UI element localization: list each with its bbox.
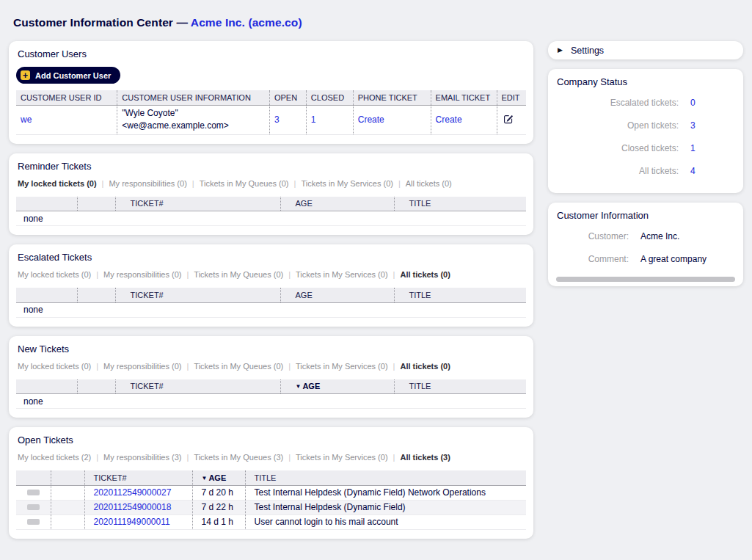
sort-desc-icon: ▼ bbox=[296, 383, 302, 390]
ticket-filter-tabs: My locked tickets (0)|My responsibilitie… bbox=[18, 362, 525, 371]
ticket-filter-tabs: My locked tickets (0)|My responsibilitie… bbox=[18, 179, 525, 188]
closed-tickets-count-link[interactable]: 1 bbox=[311, 114, 316, 125]
ticket-row: 20201125490000277 d 20 hTest Internal He… bbox=[16, 485, 526, 500]
customer-user-email: <we@acme.example.com> bbox=[122, 120, 265, 132]
ticket-filter-tabs: My locked tickets (0)|My responsibilitie… bbox=[18, 270, 525, 279]
tab-separator: | bbox=[186, 362, 189, 371]
tab-all-tickets[interactable]: All tickets (0) bbox=[400, 270, 450, 279]
create-phone-ticket-link[interactable]: Create bbox=[358, 114, 384, 125]
info-row: Comment:A great company bbox=[555, 254, 736, 264]
tab-tickets-in-my-services[interactable]: Tickets in My Services (0) bbox=[296, 453, 388, 462]
tab-my-responsibilities[interactable]: My responsibilities (0) bbox=[103, 362, 181, 371]
tab-my-locked-tickets[interactable]: My locked tickets (0) bbox=[18, 179, 97, 188]
tickets-table: TICKET# AGE TITLE none bbox=[16, 197, 526, 227]
ticket-flags-cell bbox=[51, 514, 84, 529]
ticket-title: Test Internal Helpdesk (Dynamic Field) bbox=[245, 500, 526, 514]
tab-my-responsibilities[interactable]: My responsibilities (0) bbox=[109, 179, 186, 188]
ticket-number-link[interactable]: 2020111949000011 bbox=[94, 517, 170, 527]
col-ticket-number[interactable]: TICKET# bbox=[115, 288, 280, 302]
tab-separator: | bbox=[96, 453, 98, 462]
tab-my-locked-tickets[interactable]: My locked tickets (0) bbox=[18, 270, 91, 279]
info-row: Escalated tickets:0 bbox=[555, 98, 736, 108]
customer-users-table: CUSTOMER USER ID CUSTOMER USER INFORMATI… bbox=[16, 90, 526, 135]
all-tickets-label: All tickets: bbox=[555, 166, 679, 176]
ticket-row: 202011194900001114 d 1 hUser cannot logi… bbox=[16, 514, 526, 529]
ticket-number-cell: 2020112549000027 bbox=[84, 485, 192, 500]
create-email-ticket-link[interactable]: Create bbox=[436, 114, 462, 125]
tab-all-tickets[interactable]: All tickets (0) bbox=[406, 179, 452, 188]
tab-tickets-in-my-services[interactable]: Tickets in My Services (0) bbox=[296, 362, 388, 371]
info-row: All tickets:4 bbox=[555, 166, 736, 176]
comment-value: A great company bbox=[640, 254, 707, 264]
col-title[interactable]: TITLE bbox=[394, 288, 526, 302]
tab-all-tickets[interactable]: All tickets (0) bbox=[400, 362, 450, 371]
tab-separator: | bbox=[186, 453, 189, 462]
col-age[interactable]: AGE bbox=[280, 288, 394, 302]
col-title[interactable]: TITLE bbox=[394, 197, 526, 211]
add-customer-user-button[interactable]: + Add Customer User bbox=[16, 67, 120, 84]
tab-tickets-in-my-services[interactable]: Tickets in My Services (0) bbox=[296, 270, 388, 279]
col-age[interactable]: AGE bbox=[280, 197, 394, 211]
customer-user-row: we "Wyle Coyote" <we@acme.example.com> 3… bbox=[16, 105, 526, 134]
tab-my-locked-tickets[interactable]: My locked tickets (2) bbox=[18, 453, 91, 462]
company-status-title: Company Status bbox=[557, 76, 734, 87]
tab-separator: | bbox=[288, 270, 291, 279]
tab-separator: | bbox=[288, 362, 291, 371]
empty-row: none bbox=[16, 302, 526, 317]
horizontal-scrollbar[interactable] bbox=[556, 277, 735, 282]
tickets-table-header-row: TICKET# ▼AGE TITLE bbox=[16, 379, 526, 394]
ticket-title: Test Internal Helpdesk (Dynamic Field) N… bbox=[245, 485, 526, 500]
tab-separator: | bbox=[192, 179, 194, 188]
col-age[interactable]: ▼AGE bbox=[192, 470, 245, 485]
open-tickets-label: Open tickets: bbox=[555, 120, 679, 131]
col-ticket-number[interactable]: TICKET# bbox=[84, 470, 192, 485]
open-tickets-value[interactable]: 3 bbox=[690, 120, 696, 131]
new-tickets-widget: New Tickets My locked tickets (0)|My res… bbox=[9, 336, 533, 418]
edit-icon[interactable] bbox=[502, 113, 515, 125]
add-customer-user-label: Add Customer User bbox=[35, 71, 111, 80]
customer-information-rows: Customer:Acme Inc.Comment:A great compan… bbox=[555, 231, 736, 264]
tab-all-tickets[interactable]: All tickets (3) bbox=[400, 453, 450, 462]
customer-company-link[interactable]: Acme Inc. (acme.co) bbox=[191, 16, 302, 29]
tab-my-locked-tickets[interactable]: My locked tickets (0) bbox=[18, 362, 91, 371]
ticket-number-link[interactable]: 2020112549000027 bbox=[94, 487, 172, 498]
col-closed: CLOSED bbox=[306, 90, 353, 105]
tab-tickets-in-my-queues[interactable]: Tickets in My Queues (0) bbox=[194, 362, 283, 371]
info-row: Closed tickets:1 bbox=[555, 143, 736, 153]
sort-desc-icon: ▼ bbox=[202, 475, 208, 481]
tab-tickets-in-my-services[interactable]: Tickets in My Services (0) bbox=[301, 179, 393, 188]
escalated-tickets-label: Escalated tickets: bbox=[555, 98, 679, 108]
ticket-number-link[interactable]: 2020112549000018 bbox=[94, 502, 172, 512]
col-age[interactable]: ▼AGE bbox=[280, 379, 394, 394]
tickets-table: TICKET# AGE TITLE none bbox=[16, 288, 526, 318]
col-title[interactable]: TITLE bbox=[394, 379, 526, 394]
customer-users-title: Customer Users bbox=[18, 48, 525, 59]
col-flags bbox=[77, 197, 115, 211]
customer-information-center-page: Customer Information Center — Acme Inc. … bbox=[0, 0, 752, 556]
tab-tickets-in-my-queues[interactable]: Tickets in My Queues (0) bbox=[194, 270, 283, 279]
tab-separator: | bbox=[393, 270, 395, 279]
col-flags bbox=[77, 379, 115, 394]
customer-value: Acme Inc. bbox=[640, 231, 679, 241]
escalated-tickets-value[interactable]: 0 bbox=[690, 98, 696, 108]
settings-toggle[interactable]: ▶ Settings bbox=[548, 41, 743, 59]
ticket-age: 14 d 1 h bbox=[192, 514, 245, 529]
tickets-table-header-row: TICKET# AGE TITLE bbox=[16, 288, 526, 302]
escalated-tickets-widget: Escalated Tickets My locked tickets (0)|… bbox=[9, 244, 533, 327]
tab-my-responsibilities[interactable]: My responsibilities (3) bbox=[103, 453, 181, 462]
tab-tickets-in-my-queues[interactable]: Tickets in My Queues (0) bbox=[200, 179, 289, 188]
all-tickets-value[interactable]: 4 bbox=[690, 166, 696, 176]
ticket-title: User cannot login to his mail account bbox=[245, 514, 526, 529]
tab-tickets-in-my-queues[interactable]: Tickets in My Queues (3) bbox=[194, 453, 283, 462]
col-state bbox=[16, 470, 51, 485]
customer-label: Customer: bbox=[555, 231, 629, 241]
col-title[interactable]: TITLE bbox=[245, 470, 526, 485]
open-tickets-count-link[interactable]: 3 bbox=[274, 114, 280, 125]
ticket-number-cell: 2020111949000011 bbox=[84, 514, 192, 529]
col-ticket-number[interactable]: TICKET# bbox=[115, 379, 280, 394]
tab-my-responsibilities[interactable]: My responsibilities (0) bbox=[103, 270, 181, 279]
col-ticket-number[interactable]: TICKET# bbox=[115, 197, 280, 211]
closed-tickets-value[interactable]: 1 bbox=[690, 143, 696, 153]
company-status-rows: Escalated tickets:0Open tickets:3Closed … bbox=[555, 98, 736, 176]
customer-user-id-link[interactable]: we bbox=[21, 114, 32, 125]
